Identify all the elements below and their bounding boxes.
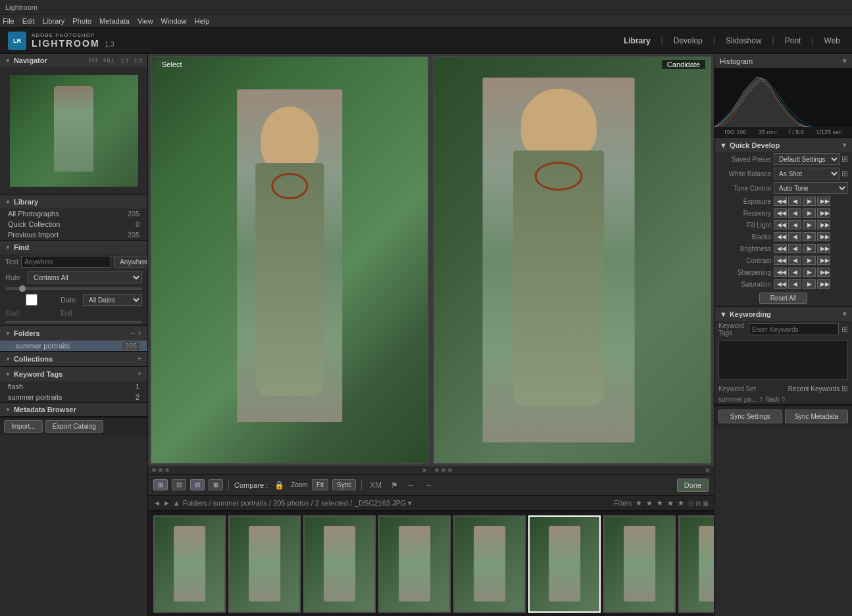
histogram-header[interactable]: Histogram ▾ (714, 54, 852, 68)
find-slider-handle[interactable] (19, 285, 26, 292)
zoom-label[interactable]: Zoom (291, 481, 308, 488)
film-thumb-5[interactable] (453, 515, 526, 613)
folders-minus[interactable]: − (130, 329, 135, 338)
film-thumb-3[interactable] (303, 515, 376, 613)
flag-icon[interactable]: ⚑ (388, 479, 401, 491)
saved-preset-expand[interactable]: ⊞ (841, 154, 848, 164)
filter-star-2[interactable]: ★ (646, 499, 653, 508)
breadcrumb-forward[interactable]: ► (163, 499, 170, 507)
saturation-down[interactable]: ◀ (788, 279, 801, 289)
saturation-up[interactable]: ▶ (803, 279, 816, 289)
filter-star-3[interactable]: ★ (657, 499, 663, 508)
film-thumb-1[interactable] (153, 515, 226, 613)
blacks-up-up[interactable]: ▶▶ (817, 232, 830, 241)
white-balance-select[interactable]: As Shot (774, 168, 840, 179)
fill-light-up[interactable]: ▶ (803, 220, 816, 229)
keyword-set-expand[interactable]: ⊞ (841, 384, 848, 393)
xm-icon[interactable]: XM (367, 479, 384, 491)
recovery-up-up[interactable]: ▶▶ (817, 208, 830, 218)
keyword-tags-plus[interactable]: + (138, 369, 142, 379)
nav-1-3[interactable]: 1:3 (134, 57, 142, 64)
film-thumb-4[interactable] (378, 515, 451, 613)
breadcrumb-up[interactable]: ▲ (173, 499, 180, 507)
module-slideshow[interactable]: Slideshow (722, 35, 766, 47)
compare-view-button[interactable]: ⊟ (190, 479, 205, 490)
folder-summer-portraits[interactable]: b: summer portraits 205 (0, 341, 147, 351)
white-balance-expand[interactable]: ⊞ (841, 169, 848, 178)
library-previous-import[interactable]: Previous Import 205 (0, 229, 147, 240)
sync-metadata-button[interactable]: Sync Metadata (785, 410, 849, 423)
blacks-up[interactable]: ▶ (803, 232, 816, 241)
keyword-set-value[interactable]: Recent Keywords ⊞ (788, 384, 848, 393)
keyword-tags-input[interactable] (749, 323, 839, 335)
saturation-up-up[interactable]: ▶▶ (817, 279, 830, 289)
library-header[interactable]: ▼ Library (0, 195, 147, 208)
sync-settings-button[interactable]: Sync Settings (718, 410, 782, 423)
keyword-suggestion-flash[interactable]: flash (765, 396, 779, 403)
fit-button[interactable]: Fit (312, 479, 328, 490)
saturation-down-down[interactable]: ◀◀ (774, 279, 787, 289)
find-anywhere-select[interactable]: Anywhere (114, 256, 148, 268)
module-web[interactable]: Web (820, 35, 844, 47)
brightness-up-up[interactable]: ▶▶ (817, 244, 830, 253)
module-library[interactable]: Library (620, 35, 655, 47)
find-date-select[interactable]: All Dates (83, 294, 142, 306)
menu-photo[interactable]: Photo (72, 17, 91, 25)
tone-control-select[interactable]: Auto Tone (774, 182, 848, 194)
saved-preset-select[interactable]: Default Settings (774, 153, 840, 165)
fill-light-down[interactable]: ◀ (788, 220, 801, 229)
sharpening-up-up[interactable]: ▶▶ (817, 268, 830, 277)
survey-view-button[interactable]: ⊠ (209, 479, 223, 490)
keyword-summer-portraits[interactable]: summer portraits 2 (0, 392, 147, 402)
blacks-down[interactable]: ◀ (788, 232, 801, 241)
import-button[interactable]: Import... (4, 420, 43, 433)
exposure-up-up[interactable]: ▶▶ (817, 197, 830, 206)
export-catalog-button[interactable]: Export Catalog (45, 420, 103, 433)
candidate-pane-close[interactable]: ✕ (705, 467, 710, 474)
find-header[interactable]: ▼ Find (0, 241, 147, 254)
menu-window[interactable]: Window (161, 17, 187, 25)
brightness-down-down[interactable]: ◀◀ (774, 244, 787, 253)
film-thumb-2[interactable] (228, 515, 301, 613)
menu-help[interactable]: Help (195, 17, 210, 25)
recovery-down-down[interactable]: ◀◀ (774, 208, 787, 218)
find-date-checkbox[interactable] (5, 294, 58, 306)
nav-fit[interactable]: FIT (89, 57, 98, 64)
film-thumb-6[interactable] (528, 515, 601, 613)
done-button[interactable]: Done (677, 479, 709, 492)
sharpening-down-down[interactable]: ◀◀ (774, 268, 787, 277)
module-print[interactable]: Print (781, 35, 805, 47)
film-thumb-7[interactable] (603, 515, 676, 613)
lock-icon[interactable]: 🔒 (272, 479, 287, 491)
next-arrow-icon[interactable]: → (422, 479, 435, 491)
menu-view[interactable]: View (138, 17, 153, 25)
prev-arrow-icon[interactable]: ← (405, 479, 418, 491)
brightness-down[interactable]: ◀ (788, 244, 801, 253)
collections-header[interactable]: ▼ Collections + (0, 352, 147, 366)
keyword-suggestion-summer[interactable]: summer po... (718, 396, 757, 403)
contrast-up-up[interactable]: ▶▶ (817, 256, 830, 265)
nav-fill[interactable]: FILL (103, 57, 115, 64)
find-date-slider[interactable] (5, 321, 142, 323)
contrast-up[interactable]: ▶ (803, 256, 816, 265)
quick-develop-header[interactable]: ▼ Quick Develop ▾ (714, 138, 852, 152)
reset-all-button[interactable]: Reset All (759, 293, 807, 304)
recovery-up[interactable]: ▶ (803, 208, 816, 218)
contrast-down[interactable]: ◀ (788, 256, 801, 265)
library-quick-collection[interactable]: Quick Collection 0 (0, 219, 147, 229)
contrast-down-down[interactable]: ◀◀ (774, 256, 787, 265)
find-slider[interactable] (5, 287, 142, 290)
loupe-view-button[interactable]: ⊡ (172, 479, 186, 490)
folders-plus[interactable]: + (138, 329, 142, 338)
select-pane-close[interactable]: ✕ (422, 467, 427, 474)
module-develop[interactable]: Develop (670, 35, 707, 47)
menu-file[interactable]: File (3, 17, 14, 25)
metadata-browser-header[interactable]: ▼ Metadata Browser (0, 403, 147, 416)
recovery-down[interactable]: ◀ (788, 208, 801, 218)
grid-view-button[interactable]: ⊞ (153, 479, 168, 490)
menu-edit[interactable]: Edit (22, 17, 35, 25)
sync-button[interactable]: Sync (332, 479, 356, 490)
keyword-tags-expand[interactable]: ⊞ (841, 325, 848, 334)
breadcrumb-back[interactable]: ◄ (153, 499, 161, 507)
film-thumb-8[interactable] (678, 515, 714, 613)
